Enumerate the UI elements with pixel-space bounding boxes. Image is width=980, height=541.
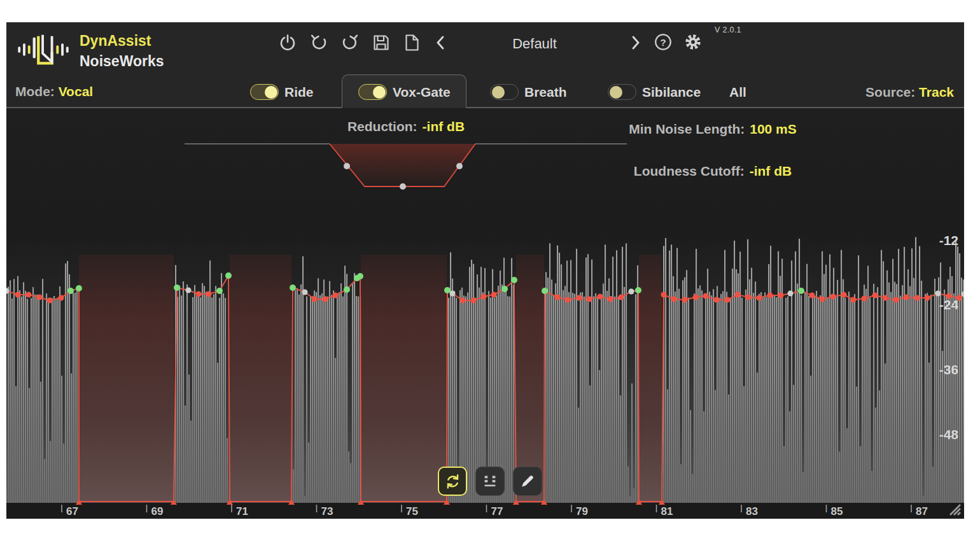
envelope-node[interactable] bbox=[883, 295, 888, 301]
envelope-node[interactable] bbox=[501, 286, 508, 292]
envelope-node[interactable] bbox=[757, 295, 762, 301]
envelope-node[interactable] bbox=[290, 285, 296, 291]
envelope-node[interactable] bbox=[830, 294, 836, 300]
envelope-node[interactable] bbox=[302, 290, 308, 295]
envelope-node[interactable] bbox=[703, 293, 709, 299]
envelope-node[interactable] bbox=[925, 295, 930, 301]
reduction-value[interactable]: -inf dB bbox=[423, 119, 465, 134]
sibilance-toggle[interactable] bbox=[608, 84, 636, 100]
envelope-node[interactable] bbox=[76, 285, 82, 292]
ride-toggle[interactable] bbox=[250, 84, 279, 100]
gated-region[interactable] bbox=[79, 255, 174, 503]
next-preset-icon[interactable] bbox=[626, 33, 645, 52]
min-noise-value[interactable]: 100 mS bbox=[750, 122, 797, 137]
envelope-node[interactable] bbox=[491, 292, 497, 298]
resize-handle[interactable] bbox=[942, 497, 962, 516]
undo-icon[interactable] bbox=[309, 33, 328, 52]
envelope-node[interactable] bbox=[555, 295, 561, 300]
envelope-node[interactable] bbox=[59, 295, 64, 301]
vox-gate-toggle[interactable] bbox=[358, 84, 387, 100]
envelope-node[interactable] bbox=[577, 295, 582, 301]
envelope-node[interactable] bbox=[344, 286, 350, 293]
envelope-node[interactable] bbox=[851, 297, 857, 303]
envelope-node[interactable] bbox=[444, 287, 451, 293]
envelope-node[interactable] bbox=[746, 295, 752, 300]
envelope-node[interactable] bbox=[565, 297, 571, 303]
envelope-node[interactable] bbox=[206, 292, 212, 297]
new-file-icon[interactable] bbox=[402, 33, 421, 52]
envelope-node[interactable] bbox=[629, 289, 634, 295]
reduction-label: Reduction: bbox=[347, 119, 417, 134]
envelope-node[interactable] bbox=[47, 298, 53, 304]
preset-name[interactable]: Default bbox=[490, 36, 579, 52]
envelope-node[interactable] bbox=[714, 297, 720, 303]
envelope-node[interactable] bbox=[767, 293, 773, 299]
envelope-node[interactable] bbox=[635, 287, 641, 293]
envelope-node[interactable] bbox=[174, 285, 180, 291]
envelope-node[interactable] bbox=[196, 292, 202, 297]
envelope-node[interactable] bbox=[67, 288, 74, 294]
gated-region[interactable] bbox=[516, 255, 544, 503]
envelope-node[interactable] bbox=[450, 291, 456, 297]
gated-region[interactable] bbox=[639, 255, 662, 503]
envelope-node[interactable] bbox=[15, 292, 21, 298]
envelope-node[interactable] bbox=[693, 295, 699, 300]
redo-icon[interactable] bbox=[340, 33, 360, 52]
settings-gear-icon[interactable] bbox=[683, 32, 704, 53]
gate-shape-handle[interactable] bbox=[344, 163, 350, 169]
time-tick-label: 79 bbox=[576, 505, 588, 517]
envelope-node[interactable] bbox=[312, 297, 318, 302]
envelope-node[interactable] bbox=[935, 291, 941, 297]
envelope-node[interactable] bbox=[893, 297, 899, 303]
envelope-node[interactable] bbox=[186, 288, 192, 293]
gate-face-button[interactable] bbox=[475, 467, 505, 496]
breath-toggle[interactable] bbox=[490, 84, 519, 100]
prev-preset-icon[interactable] bbox=[431, 33, 451, 52]
envelope-node[interactable] bbox=[725, 297, 731, 303]
envelope-node[interactable] bbox=[661, 292, 667, 298]
power-icon[interactable] bbox=[278, 33, 297, 52]
source-indicator[interactable]: Source: Track bbox=[865, 85, 954, 100]
envelope-node[interactable] bbox=[323, 297, 328, 302]
envelope-node[interactable] bbox=[216, 288, 223, 294]
auto-refresh-button[interactable] bbox=[438, 467, 467, 496]
envelope-node[interactable] bbox=[862, 296, 867, 302]
envelope-node[interactable] bbox=[904, 295, 909, 300]
envelope-node[interactable] bbox=[820, 297, 825, 302]
envelope-node[interactable] bbox=[619, 295, 624, 300]
envelope-node[interactable] bbox=[357, 273, 363, 279]
envelope-node[interactable] bbox=[914, 295, 920, 301]
envelope-node[interactable] bbox=[608, 297, 613, 302]
envelope-node[interactable] bbox=[471, 298, 477, 304]
envelope-node[interactable] bbox=[481, 294, 487, 300]
edit-pencil-button[interactable] bbox=[513, 467, 542, 496]
envelope-node[interactable] bbox=[37, 295, 43, 300]
envelope-node[interactable] bbox=[788, 291, 794, 297]
gated-region[interactable] bbox=[361, 255, 447, 503]
envelope-node[interactable] bbox=[841, 292, 847, 298]
loudness-cutoff-value[interactable]: -inf dB bbox=[750, 164, 792, 179]
help-icon[interactable]: ? bbox=[654, 32, 674, 53]
envelope-node[interactable] bbox=[460, 298, 466, 304]
gated-region[interactable] bbox=[230, 255, 291, 503]
envelope-node[interactable] bbox=[26, 292, 32, 298]
envelope-node[interactable] bbox=[682, 297, 688, 303]
envelope-node[interactable] bbox=[872, 293, 878, 299]
envelope-node[interactable] bbox=[542, 288, 548, 294]
envelope-node[interactable] bbox=[809, 293, 815, 299]
envelope-node[interactable] bbox=[735, 292, 741, 298]
gate-shape-handle[interactable] bbox=[456, 163, 463, 169]
envelope-node[interactable] bbox=[333, 293, 339, 299]
tab-all[interactable]: All bbox=[729, 85, 746, 100]
save-icon[interactable] bbox=[372, 33, 391, 52]
envelope-node[interactable] bbox=[598, 294, 603, 300]
envelope-node[interactable] bbox=[671, 297, 677, 302]
gate-shape-handle[interactable] bbox=[400, 183, 406, 190]
envelope-node[interactable] bbox=[798, 288, 804, 294]
waveform-display[interactable]: 6769717375777981838587-12-24-36-48 bbox=[6, 108, 964, 519]
envelope-node[interactable] bbox=[778, 293, 784, 299]
envelope-node[interactable] bbox=[511, 277, 517, 283]
envelope-node[interactable] bbox=[225, 272, 232, 279]
envelope-node[interactable] bbox=[587, 297, 592, 302]
min-noise-label: Min Noise Length: bbox=[629, 122, 745, 137]
